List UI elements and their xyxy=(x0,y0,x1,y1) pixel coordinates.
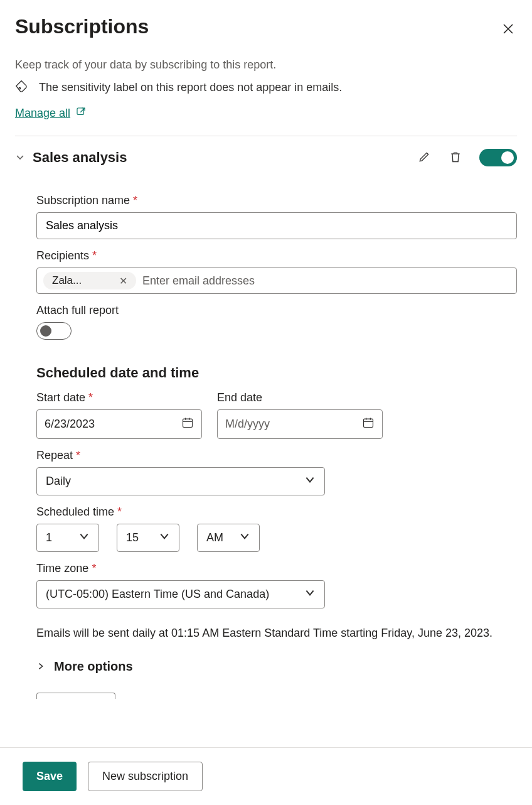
recipients-placeholder: Enter email addresses xyxy=(142,274,255,288)
calendar-icon xyxy=(181,416,194,432)
calendar-icon xyxy=(362,416,375,432)
subscription-name-label: Subscription name xyxy=(36,194,517,207)
tag-icon xyxy=(15,79,29,96)
divider xyxy=(15,136,517,136)
svg-point-0 xyxy=(19,87,21,89)
subscription-title: Sales analysis xyxy=(33,149,127,166)
chevron-down-icon xyxy=(239,531,250,545)
manage-all-label: Manage all xyxy=(15,107,70,120)
timezone-select[interactable]: (UTC-05:00) Eastern Time (US and Canada) xyxy=(36,580,325,608)
open-external-icon xyxy=(75,106,87,121)
delete-button[interactable] xyxy=(448,149,463,166)
schedule-heading: Scheduled date and time xyxy=(36,365,517,381)
sensitivity-note-text: The sensitivity label on this report doe… xyxy=(39,81,342,94)
attach-full-report-label: Attach full report xyxy=(36,304,517,317)
close-icon xyxy=(502,28,514,37)
sensitivity-note-row: The sensitivity label on this report doe… xyxy=(15,79,517,96)
save-button[interactable]: Save xyxy=(23,762,77,791)
ampm-select[interactable]: AM xyxy=(197,524,260,552)
toggle-knob xyxy=(40,325,51,337)
manage-all-link[interactable]: Manage all xyxy=(15,106,87,131)
start-date-input[interactable]: 6/23/2023 xyxy=(36,409,202,439)
start-date-value: 6/23/2023 xyxy=(45,418,95,431)
recipient-chip-label: Zala... xyxy=(52,274,82,287)
page-title: Subscriptions xyxy=(15,15,149,38)
recipients-label: Recipients xyxy=(36,249,517,262)
end-date-input[interactable]: M/d/yyyy xyxy=(217,409,383,439)
recipients-input[interactable]: Zala... ✕ Enter email addresses xyxy=(36,267,517,294)
scheduled-time-label: Scheduled time xyxy=(36,505,517,519)
chevron-right-icon xyxy=(36,659,45,674)
subscription-enabled-toggle[interactable] xyxy=(479,149,517,166)
edit-button[interactable] xyxy=(417,149,432,166)
ampm-value: AM xyxy=(206,531,223,544)
end-date-placeholder: M/d/yyyy xyxy=(225,418,270,431)
chevron-down-icon xyxy=(159,531,170,545)
start-date-label: Start date xyxy=(36,391,202,404)
svg-rect-1 xyxy=(77,108,84,115)
end-date-label: End date xyxy=(217,391,383,404)
minute-select[interactable]: 15 xyxy=(117,524,179,552)
svg-rect-2 xyxy=(183,419,193,427)
more-options-toggle[interactable]: More options xyxy=(36,659,517,674)
chevron-down-icon xyxy=(78,531,90,545)
svg-rect-3 xyxy=(364,419,373,427)
recipient-chip[interactable]: Zala... ✕ xyxy=(43,272,136,289)
hour-value: 1 xyxy=(46,531,52,544)
new-subscription-button[interactable]: New subscription xyxy=(88,762,203,791)
remove-recipient-icon[interactable]: ✕ xyxy=(119,275,131,287)
chevron-down-icon xyxy=(304,474,316,489)
attach-full-report-toggle[interactable] xyxy=(36,322,72,340)
toggle-knob xyxy=(501,151,514,164)
timezone-label: Time zone xyxy=(36,562,517,575)
schedule-summary: Emails will be sent daily at 01:15 AM Ea… xyxy=(36,625,517,642)
repeat-value: Daily xyxy=(46,475,71,488)
trash-icon xyxy=(449,156,462,165)
more-options-label: More options xyxy=(54,659,133,674)
close-button[interactable] xyxy=(499,20,517,40)
timezone-value: (UTC-05:00) Eastern Time (US and Canada) xyxy=(46,588,269,601)
pencil-icon xyxy=(418,156,430,165)
hour-select[interactable]: 1 xyxy=(36,524,99,552)
chevron-down-icon[interactable] xyxy=(15,152,25,164)
chevron-down-icon xyxy=(304,587,316,602)
clipped-element xyxy=(36,693,115,699)
subscription-name-input[interactable] xyxy=(36,212,517,239)
page-subtitle: Keep track of your data by subscribing t… xyxy=(15,58,517,72)
repeat-label: Repeat xyxy=(36,449,517,462)
footer-bar: Save New subscription xyxy=(0,747,532,805)
minute-value: 15 xyxy=(126,531,139,544)
repeat-select[interactable]: Daily xyxy=(36,467,325,495)
